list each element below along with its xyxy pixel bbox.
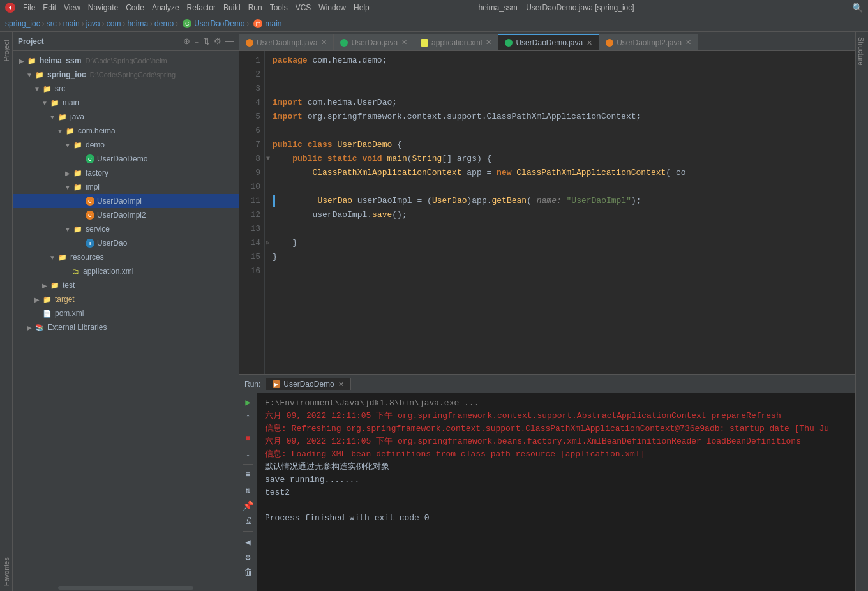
tab-close-icon[interactable]: ✕ [321,38,327,47]
run-panel-body: ▶ ↑ ■ ↓ ≡ ⇅ 📌 🖨 ◀ ⚙ 🗑 E:\Environment [239,393,855,591]
tab-userdao[interactable]: UserDao.java ✕ [334,34,414,50]
code-line-10 [273,180,855,194]
run-tab-label: UserDaoDemo [283,380,334,389]
gear-button[interactable]: ⚙ [242,551,255,564]
code-line-14: ▷ } [273,236,855,250]
bc-com[interactable]: com [107,19,121,28]
file-tree[interactable]: ▶ 📁 heima_ssm D:\Code\SpringCode\heim ▼ … [13,51,239,585]
print-button[interactable]: 🖨 [242,514,255,527]
bc-java[interactable]: java [86,19,100,28]
bc-src[interactable]: src [47,19,57,28]
tree-heima-ssm[interactable]: ▶ 📁 heima_ssm D:\Code\SpringCode\heim [13,54,239,68]
bc-userdaodemo[interactable]: UserDaoDemo [194,19,244,28]
menu-window[interactable]: Window [318,3,346,12]
left-tab-favorites[interactable]: Favorites [1,552,11,591]
wrap-button[interactable]: ≡ [242,468,255,481]
output-line-7: save running....... [265,474,848,486]
menu-view[interactable]: View [64,3,80,12]
scroll-up-button[interactable]: ↑ [242,411,255,424]
menu-file[interactable]: File [23,3,35,12]
left-tab-project[interactable]: Project [1,34,11,66]
output-line-2: 六月 09, 2022 12:11:05 下午 org.springframew… [265,410,848,423]
tree-main[interactable]: ▼ 📁 main [13,96,239,110]
tree-test[interactable]: ▶ 📁 test [13,278,239,292]
tree-src[interactable]: ▼ 📁 src [13,82,239,96]
stop-button[interactable]: ■ [242,432,255,445]
tab-close-icon[interactable]: ✕ [401,38,407,47]
panel-icon-sort[interactable]: ⇅ [203,36,210,46]
tree-impl[interactable]: ▼ 📁 impl [13,180,239,194]
run-button[interactable]: ▶ [242,396,255,408]
tree-pom-xml[interactable]: ▶ 📄 pom.xml [13,306,239,320]
tree-userdaoimpl2[interactable]: ▶ C UserDaoImpl2 [13,208,239,222]
tree-external-libraries[interactable]: ▶ 📚 External Libraries [13,320,239,334]
tree-service[interactable]: ▼ 📁 service [13,222,239,236]
menu-help[interactable]: Help [354,3,370,12]
tab-close-icon[interactable]: ✕ [685,38,691,47]
tab-application-xml[interactable]: application.xml ✕ [414,34,498,50]
menu-edit[interactable]: Edit [43,3,56,12]
menu-code[interactable]: Code [126,3,144,12]
tree-label: main [63,98,79,107]
tree-com-heima[interactable]: ▼ 📁 com.heima [13,124,239,138]
scroll-down-button[interactable]: ↓ [242,447,255,460]
menu-refactor[interactable]: Refactor [187,3,216,12]
scrollbar-stub[interactable] [58,586,193,590]
breadcrumb: spring_ioc › src › main › java › com › h… [0,15,868,32]
panel-icon-add[interactable]: ⊕ [183,36,190,46]
bc-demo[interactable]: demo [154,19,174,28]
right-tab-structure[interactable]: Structure [856,32,866,71]
menu-tools[interactable]: Tools [270,3,288,12]
arrow-icon: ▶ [26,324,33,331]
menu-bar[interactable]: File Edit View Navigate Code Analyze Ref… [23,3,370,12]
code-content[interactable]: package com.heima.demo; import com.heima… [265,51,855,374]
bc-spring-ioc[interactable]: spring_ioc [5,19,40,28]
tab-userdaodemo[interactable]: UserDaoDemo.java ✕ [498,34,599,50]
menu-analyze[interactable]: Analyze [152,3,179,12]
blue-marker [273,195,275,207]
panel-icon-settings[interactable]: ⚙ [214,36,221,46]
menu-build[interactable]: Build [223,3,241,12]
tab-userdaoimpl2[interactable]: UserDaoImpl2.java ✕ [599,34,698,50]
back-button[interactable]: ◀ [242,535,255,548]
menu-vcs[interactable]: VCS [296,3,311,12]
tree-userdaodemo[interactable]: ▶ C UserDaoDemo [13,152,239,166]
editor-tabs[interactable]: UserDaoImpl.java ✕ UserDao.java ✕ applic… [239,32,855,51]
run-tab-close-icon[interactable]: ✕ [338,380,344,389]
panel-header: Project ⊕ ≡ ⇅ ⚙ — [13,32,239,51]
tab-label: UserDaoDemo.java [516,38,583,47]
folder-icon: 📁 [27,56,37,66]
tree-userdao[interactable]: ▶ I UserDao [13,236,239,250]
panel-icons[interactable]: ⊕ ≡ ⇅ ⚙ — [183,36,234,46]
trash-button[interactable]: 🗑 [242,566,255,579]
panel-icon-close[interactable]: — [225,36,234,46]
tree-application-xml[interactable]: ▶ 🗂 application.xml [13,264,239,278]
tree-target[interactable]: ▶ 📁 target [13,292,239,306]
run-tab-userdaodemo[interactable]: ▶ UserDaoDemo ✕ [266,378,350,390]
tree-spring-ioc[interactable]: ▼ 📁 spring_ioc D:\Code\SpringCode\spring [13,68,239,82]
tree-demo[interactable]: ▼ 📁 demo [13,138,239,152]
tab-close-icon[interactable]: ✕ [486,38,491,47]
panel-icon-list[interactable]: ≡ [194,36,199,46]
bc-main[interactable]: main [63,19,80,28]
folder-icon: 📁 [57,252,68,262]
bc-heima[interactable]: heima [127,19,148,28]
pin-button[interactable]: 📌 [242,499,255,512]
tree-factory[interactable]: ▶ 📁 factory [13,166,239,180]
sidebar-separator-3 [243,531,253,532]
tab-close-icon[interactable]: ✕ [587,39,592,47]
app-icon: ♦ [5,3,15,13]
run-output[interactable]: E:\Environment\Java\jdk1.8\bin\java.exe … [257,393,855,591]
menu-navigate[interactable]: Navigate [88,3,118,12]
menu-run[interactable]: Run [248,3,262,12]
tree-resources[interactable]: ▼ 📁 resources [13,250,239,264]
java-class-icon: C [86,211,94,220]
tree-java[interactable]: ▼ 📁 java [13,110,239,124]
search-icon[interactable]: 🔍 [852,3,863,13]
tree-label: impl [86,183,100,191]
filter-button[interactable]: ⇅ [242,484,255,497]
code-line-7: ▶ public class UserDaoDemo { [273,138,855,152]
bc-main[interactable]: main [265,19,281,28]
tree-userdaoimpl[interactable]: ▶ C UserDaoImpl [13,194,239,208]
tab-userdaoimpl[interactable]: UserDaoImpl.java ✕ [239,34,334,50]
